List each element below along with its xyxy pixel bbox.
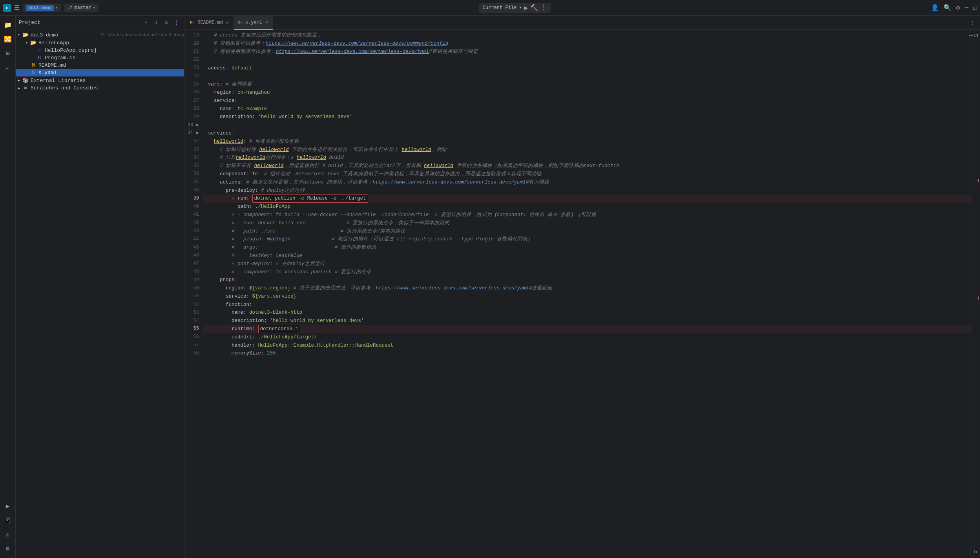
syaml-tab-close[interactable]: ✕: [265, 19, 269, 25]
sidebar-icons: 📁 🔀 ⊞ … ▶ 📱 ⚠ ⚙: [0, 16, 16, 558]
tree-item-dot3-demo[interactable]: ▾ 📂 dot3-demo D:\Work\qdaoxun\dotnet\dot…: [16, 31, 184, 39]
search-icon[interactable]: 🔍: [944, 4, 951, 12]
panel-add-button[interactable]: +: [142, 18, 150, 27]
sidebar-device-icon[interactable]: 📱: [2, 514, 14, 527]
tree-label: HelloFcApp: [38, 40, 184, 46]
readme-tab-icon: M·: [190, 20, 195, 25]
file-tree: ▾ 📂 dot3-demo D:\Work\qdaoxun\dotnet\dot…: [16, 29, 184, 93]
code-line-30: [203, 121, 971, 129]
error-marker-2: [978, 296, 979, 300]
panel-actions: + ↕ ✕ ⋮: [142, 18, 181, 27]
panel-close-button[interactable]: ✕: [162, 18, 171, 27]
line-number: 52: [184, 300, 199, 309]
tree-item-program-cs[interactable]: C Program.cs: [16, 54, 184, 62]
scratches-icon: ≡: [22, 85, 29, 91]
line-number: 20: [184, 40, 199, 48]
error-marker-1: [978, 179, 979, 182]
line-number: 29: [184, 113, 199, 121]
syaml-tab-icon: S·: [238, 20, 243, 25]
panel-title: Project: [19, 20, 140, 25]
maximize-button[interactable]: ☐: [973, 4, 977, 12]
code-line-29: description: 'hello world by serverless …: [203, 113, 971, 121]
code-line-38: pre-deploy: # deploy之前运行: [203, 186, 971, 194]
code-line-57: handler: HelloFcApp::Example.HttpHandler…: [203, 341, 971, 349]
panel-collapse-button[interactable]: ↕: [152, 18, 161, 27]
refresh-icon[interactable]: ↻: [974, 548, 977, 555]
project-dropdown[interactable]: dot3-demo ▾: [23, 4, 61, 12]
editor-area: M· README.md ✕ S· s.yaml ✕ ⋮ 19 20 21 22…: [184, 16, 980, 558]
main-layout: 📁 🔀 ⊞ … ▶ 📱 ⚠ ⚙ Project + ↕ ✕ ⋮ ▾ 📂: [0, 16, 980, 558]
line-number: 40: [184, 203, 199, 211]
line-number: 37: [184, 178, 199, 186]
line-number: 58: [184, 349, 199, 358]
code-line-20: # 密钥配置可以参考：https://www.serverless-devs.c…: [203, 40, 971, 48]
line-count[interactable]: ↔ 11 ▾: [968, 31, 980, 39]
sidebar-git-icon[interactable]: 🔀: [2, 33, 14, 45]
minimize-button[interactable]: —: [965, 4, 969, 11]
run-config-chevron-icon: ▾: [519, 5, 522, 11]
line-number: 21: [184, 48, 199, 56]
code-line-49: props:: [203, 276, 971, 284]
code-line-48: # - component: fc versions publish # 要运行…: [203, 268, 971, 276]
sidebar-more-icon[interactable]: …: [2, 61, 14, 74]
tree-item-scratches[interactable]: ▶ ≡ Scratches and Consoles: [16, 84, 184, 92]
tree-item-hellofcapp[interactable]: ▾ 📂 HelloFcApp: [16, 39, 184, 47]
code-line-26: region: cn-hangzhou: [203, 89, 971, 97]
sidebar-project-icon[interactable]: 📁: [2, 19, 14, 31]
tab-readme[interactable]: M· README.md ✕: [186, 16, 234, 30]
sidebar-settings-bottom-icon[interactable]: ⚙: [2, 542, 14, 555]
run-button[interactable]: ▶: [524, 4, 528, 12]
line-number: 36: [184, 170, 199, 178]
line-number: 34: [184, 154, 199, 162]
branch-dropdown[interactable]: ⎇ master ▾: [64, 4, 98, 12]
tab-syaml[interactable]: S· s.yaml ✕: [234, 16, 273, 30]
sidebar-plugins-icon[interactable]: ⊞: [2, 47, 14, 60]
app-icon: ▶: [3, 4, 11, 12]
code-line-35: # 如果不带有 helloworld，而是直接执行 s build，工具则会对当…: [203, 162, 971, 170]
user-icon[interactable]: 👤: [931, 4, 939, 12]
branch-label: master: [74, 5, 91, 11]
panel-more-button[interactable]: ⋮: [172, 18, 181, 27]
line-number: 28: [184, 105, 199, 113]
title-bar-center: Current File ▾ ▶ 🔨 ⋮: [99, 3, 931, 13]
title-bar-right: 👤 🔍 ⚙ — ☐: [931, 4, 977, 12]
code-line-23: access: default: [203, 64, 971, 72]
code-line-54: description: 'hello world by serverless …: [203, 317, 971, 325]
tree-label: README.md: [38, 62, 184, 68]
code-line-53: name: dotnet3-blank-http: [203, 309, 971, 317]
tree-item-csproj[interactable]: ≡ HelloFcApp.csproj: [16, 47, 184, 54]
tree-item-readme[interactable]: M README.md: [16, 62, 184, 69]
line-number: 24: [184, 72, 199, 80]
branch-icon: ⎇: [67, 5, 73, 11]
tree-arrow-icon: ▾: [24, 40, 30, 45]
syaml-tab-label: s.yaml: [245, 20, 262, 25]
line-number: 46: [184, 252, 199, 260]
code-line-52: function:: [203, 300, 971, 309]
code-line-46: # testKey: testValue: [203, 252, 971, 260]
tree-item-syaml[interactable]: S s.yaml: [16, 69, 184, 76]
code-line-27: service:: [203, 96, 971, 105]
run-config[interactable]: Current File ▾ ▶ 🔨 ⋮: [479, 3, 551, 13]
line-number: 26: [184, 89, 199, 97]
readme-tab-close[interactable]: ✕: [225, 20, 230, 25]
code-line-41: # - component: fc build --use-docker --d…: [203, 211, 971, 219]
editor-tabs: M· README.md ✕ S· s.yaml ✕ ⋮: [184, 16, 980, 30]
line-number: 57: [184, 341, 199, 349]
more-button[interactable]: ⋮: [540, 4, 547, 12]
tab-more-button[interactable]: ⋮: [967, 20, 978, 26]
line-number: 49: [184, 276, 199, 284]
code-line-47: # post-deploy: # 在deploy之后运行: [203, 260, 971, 268]
hamburger-menu[interactable]: ☰: [14, 4, 20, 12]
code-line-43: # path: ./src # 执行系统命令/脚本的路径: [203, 227, 971, 235]
tree-item-external-libs[interactable]: ▶ 📚 External Libraries: [16, 76, 184, 84]
line-number: 44: [184, 235, 199, 244]
sidebar-run-icon[interactable]: ▶: [2, 500, 14, 513]
code-line-51: service: ${vars.service}: [203, 293, 971, 301]
sidebar-problems-icon[interactable]: ⚠: [2, 528, 14, 541]
settings-icon[interactable]: ⚙: [956, 4, 960, 12]
build-button[interactable]: 🔨: [530, 4, 538, 12]
code-content[interactable]: # access 是当前应用所需要的密钥信息配置； # 密钥配置可以参考：htt…: [203, 30, 971, 558]
folder-icon: 📂: [30, 40, 37, 46]
line-number: 38: [184, 186, 199, 194]
line-number: 42: [184, 219, 199, 227]
